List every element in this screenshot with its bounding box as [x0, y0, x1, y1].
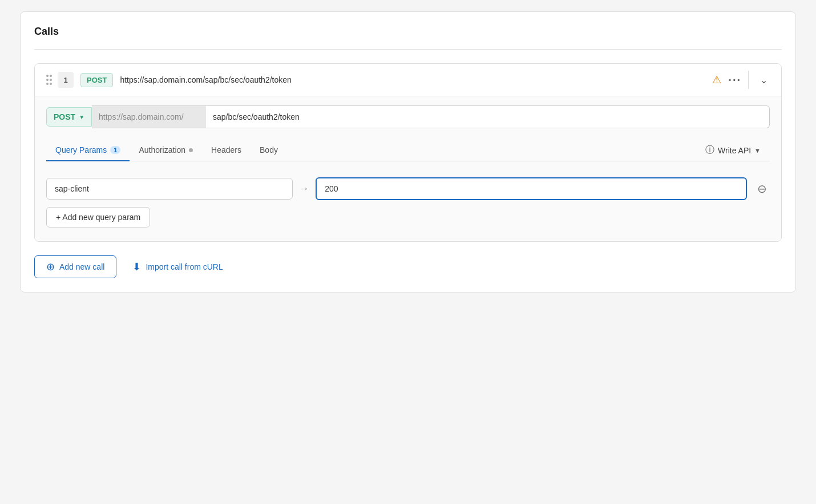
tab-authorization[interactable]: Authorization: [130, 140, 202, 161]
page-title: Calls: [34, 26, 782, 38]
add-param-button[interactable]: + Add new query param: [46, 207, 150, 227]
drag-dot: [46, 75, 49, 77]
param-key-input[interactable]: [46, 178, 293, 200]
import-curl-button[interactable]: ⬇ Import call from cURL: [130, 256, 225, 278]
call-url-header: https://sap.domain.com/sap/bc/sec/oauth2…: [120, 75, 705, 84]
drag-dot: [46, 79, 49, 81]
drag-dot: [46, 83, 49, 85]
tabs-row: Query Params 1 Authorization Headers Bod…: [46, 140, 770, 161]
param-value-input[interactable]: [316, 177, 747, 200]
call-card: 1 POST https://sap.domain.com/sap/bc/sec…: [34, 63, 782, 242]
tab-body-label: Body: [260, 145, 278, 155]
add-call-button[interactable]: ⊕ Add new call: [34, 255, 116, 278]
tabs-right: ⓘ Write API ▼: [696, 140, 770, 161]
warning-icon: ⚠: [712, 74, 721, 86]
call-header: 1 POST https://sap.domain.com/sap/bc/sec…: [35, 64, 781, 96]
tab-query-params[interactable]: Query Params 1: [46, 140, 130, 161]
tab-authorization-dot: [189, 148, 193, 152]
method-select[interactable]: POST ▼: [46, 107, 92, 127]
bottom-actions: ⊕ Add new call ⬇ Import call from cURL: [34, 255, 782, 278]
call-number: 1: [58, 72, 74, 88]
tabs-left: Query Params 1 Authorization Headers Bod…: [46, 140, 696, 161]
collapse-icon[interactable]: ⌄: [756, 72, 772, 88]
add-call-label: Add new call: [59, 262, 104, 271]
add-param-row: + Add new query param: [46, 207, 770, 227]
tab-headers-label: Headers: [211, 145, 241, 155]
tab-authorization-label: Authorization: [139, 145, 185, 155]
url-path-input[interactable]: [206, 105, 770, 128]
header-actions: ⚠ ··· ⌄: [712, 71, 772, 89]
more-options-icon[interactable]: ···: [728, 74, 741, 87]
write-api-label: Write API: [718, 146, 751, 155]
tab-query-params-label: Query Params: [55, 145, 107, 155]
remove-param-button[interactable]: ⊖: [754, 181, 770, 197]
import-icon: ⬇: [132, 262, 141, 272]
write-api-button[interactable]: Write API ▼: [718, 146, 761, 155]
import-label: Import call from cURL: [146, 262, 223, 271]
separator-vertical: [748, 71, 749, 89]
params-area: → ⊖ + Add new query param: [46, 173, 770, 232]
add-call-icon: ⊕: [46, 262, 55, 272]
section-divider: [34, 49, 782, 50]
add-param-label: + Add new query param: [56, 213, 140, 222]
main-container: Calls 1 POST https://sap.domain.com/sap/…: [20, 11, 796, 292]
tab-body[interactable]: Body: [251, 140, 287, 161]
url-base: https://sap.domain.com/: [92, 105, 206, 128]
method-badge-header: POST: [80, 73, 113, 87]
method-label: POST: [54, 112, 75, 121]
info-icon: ⓘ: [705, 144, 714, 156]
param-row: → ⊖: [46, 177, 770, 200]
url-row: POST ▼ https://sap.domain.com/: [46, 105, 770, 128]
drag-handle[interactable]: [44, 72, 51, 87]
tab-query-params-badge: 1: [110, 146, 120, 154]
write-api-arrow-icon: ▼: [754, 147, 761, 154]
method-dropdown-arrow: ▼: [79, 114, 84, 120]
tab-headers[interactable]: Headers: [202, 140, 251, 161]
param-arrow-icon: →: [300, 184, 309, 194]
call-body: POST ▼ https://sap.domain.com/ Query Par…: [35, 96, 781, 241]
